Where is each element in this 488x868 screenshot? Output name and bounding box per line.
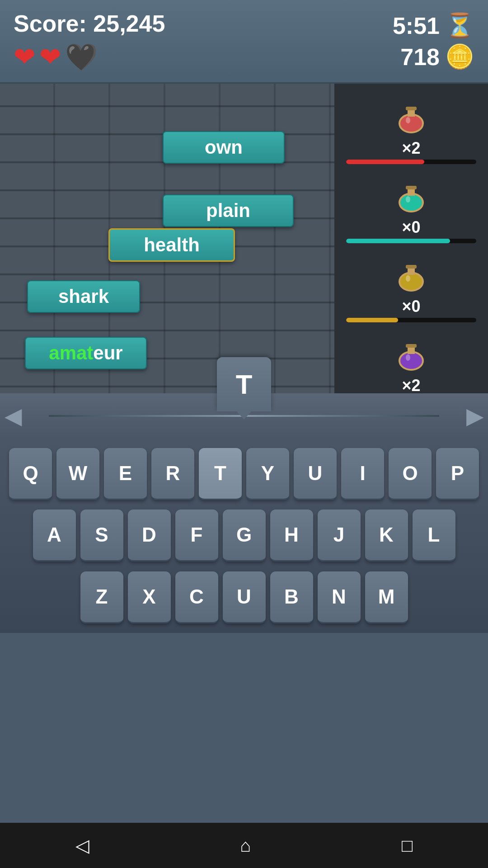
heart-3: 🖤 [65, 42, 98, 72]
header-left: Score: 25,245 ❤ ❤ 🖤 [14, 10, 165, 72]
keyboard-row-1: Q W E R T Y U I O P [9, 448, 479, 500]
potion-count-red: ×2 [402, 139, 420, 158]
potion-count-purple: ×2 [402, 376, 420, 395]
svg-point-11 [400, 274, 422, 290]
coin-icon: 🪙 [445, 43, 474, 71]
potion-bar-teal [346, 239, 476, 243]
key-D[interactable]: D [128, 509, 171, 561]
svg-point-1 [400, 115, 422, 132]
potion-bottle-purple [391, 334, 432, 374]
matched-prefix: amat [49, 342, 93, 364]
potion-count-yellow: ×0 [402, 297, 420, 316]
potion-slot-yellow[interactable]: ×0 [339, 255, 483, 322]
heart-1: ❤ [14, 42, 36, 72]
key-Y[interactable]: Y [246, 448, 289, 500]
svg-point-16 [400, 353, 422, 369]
key-U2[interactable]: U [223, 571, 266, 623]
svg-point-6 [400, 194, 422, 211]
svg-point-14 [406, 275, 410, 282]
potion-bottle-yellow [391, 255, 432, 295]
svg-rect-8 [406, 186, 417, 189]
svg-point-9 [406, 196, 410, 203]
keyboard-row-2: A S D F G H J K L [33, 509, 455, 561]
word-tile-health[interactable]: health [108, 228, 235, 262]
letter-selector[interactable]: ◀ T ▶ [0, 393, 488, 439]
key-T[interactable]: T [199, 448, 242, 500]
key-E[interactable]: E [104, 448, 147, 500]
keyboard-row-3: Z X C U B N M [80, 571, 408, 623]
word-tile-amateur[interactable]: amateur [25, 337, 147, 369]
nav-back-button[interactable]: ◁ [62, 830, 103, 860]
nav-bar: ◁ ⌂ □ [0, 823, 488, 868]
game-area: own plain health shark amateur [0, 84, 334, 414]
remaining-suffix: eur [93, 342, 122, 364]
nav-recents-button[interactable]: □ [388, 831, 426, 860]
svg-point-19 [406, 354, 410, 361]
hourglass-icon: ⏳ [445, 12, 474, 39]
word-tile-shark[interactable]: shark [27, 280, 140, 313]
key-H[interactable]: H [270, 509, 313, 561]
potion-bottle-teal [391, 175, 432, 216]
potion-slot-teal[interactable]: ×0 [339, 175, 483, 243]
keyboard: Q W E R T Y U I O P A S D F G H J K L Z … [0, 439, 488, 633]
potion-slot-red[interactable]: ×2 [339, 96, 483, 164]
key-I[interactable]: I [341, 448, 384, 500]
selected-letter-bubble[interactable]: T [217, 357, 271, 411]
timer-row: 5:51 ⏳ [393, 12, 474, 39]
key-K[interactable]: K [365, 509, 408, 561]
key-G[interactable]: G [223, 509, 266, 561]
heart-2: ❤ [39, 42, 61, 72]
key-M[interactable]: M [365, 571, 408, 623]
potions-sidebar: ×2 ×0 [334, 84, 488, 414]
header-right: 5:51 ⏳ 718 🪙 [393, 12, 474, 71]
key-U[interactable]: U [294, 448, 337, 500]
key-R[interactable]: R [151, 448, 194, 500]
key-N[interactable]: N [318, 571, 361, 623]
potion-bottle-red [391, 96, 432, 137]
key-L[interactable]: L [413, 509, 455, 561]
word-tile-plain[interactable]: plain [163, 194, 294, 227]
svg-rect-18 [406, 344, 417, 348]
selector-right-arrow[interactable]: ▶ [466, 403, 483, 429]
nav-home-button[interactable]: ⌂ [226, 831, 264, 860]
key-W[interactable]: W [56, 448, 99, 500]
key-X[interactable]: X [128, 571, 171, 623]
key-Z[interactable]: Z [80, 571, 123, 623]
key-A[interactable]: A [33, 509, 76, 561]
potion-count-teal: ×0 [402, 218, 420, 237]
svg-rect-13 [406, 265, 417, 269]
key-P[interactable]: P [436, 448, 479, 500]
potion-bar-red [346, 160, 476, 164]
key-C[interactable]: C [175, 571, 218, 623]
game-header: Score: 25,245 ❤ ❤ 🖤 5:51 ⏳ 718 🪙 [0, 0, 488, 84]
key-S[interactable]: S [80, 509, 123, 561]
potion-slot-purple[interactable]: ×2 [339, 334, 483, 401]
hearts-row: ❤ ❤ 🖤 [14, 42, 165, 72]
score-display: Score: 25,245 [14, 10, 165, 37]
potion-bar-yellow [346, 318, 476, 322]
key-B[interactable]: B [270, 571, 313, 623]
svg-point-4 [406, 117, 410, 123]
coin-row: 718 🪙 [400, 43, 474, 71]
key-Q[interactable]: Q [9, 448, 52, 500]
selector-left-arrow[interactable]: ◀ [5, 403, 22, 429]
key-O[interactable]: O [389, 448, 432, 500]
coin-display: 718 [400, 43, 440, 71]
word-tile-own[interactable]: own [163, 131, 285, 164]
timer-display: 5:51 [393, 12, 440, 39]
key-J[interactable]: J [318, 509, 361, 561]
svg-rect-3 [406, 107, 417, 110]
key-F[interactable]: F [175, 509, 218, 561]
